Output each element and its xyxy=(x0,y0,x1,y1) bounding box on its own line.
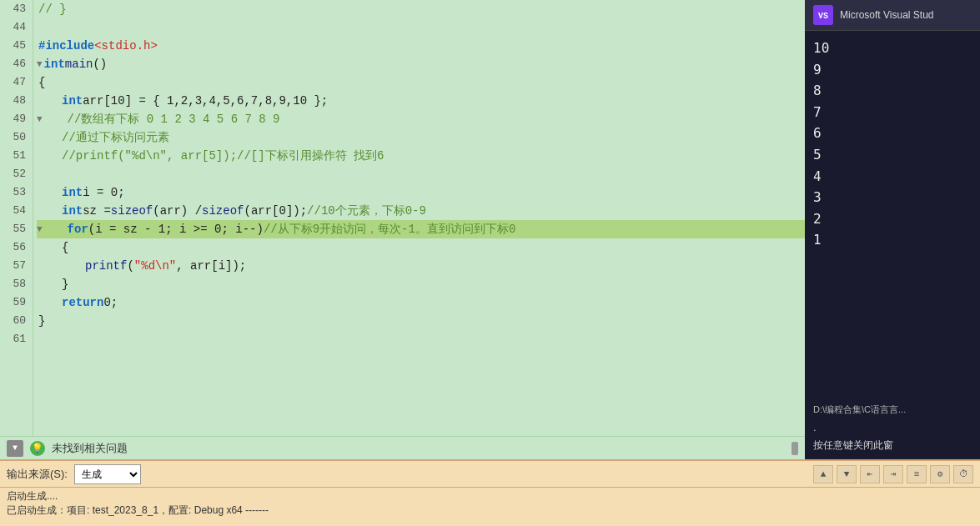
code-token: () xyxy=(93,55,107,73)
code-line[interactable] xyxy=(37,165,805,183)
indent-right-btn[interactable]: ⇥ xyxy=(883,465,903,483)
line-number: 58 xyxy=(7,275,26,293)
main-area: 43444546474849505152535455565758596061 /… xyxy=(0,0,980,459)
vs-dot: . xyxy=(805,419,980,435)
output-source-select[interactable]: 生成 xyxy=(74,464,141,484)
code-token: ( xyxy=(127,257,133,275)
code-line[interactable] xyxy=(37,330,805,348)
code-line[interactable]: { xyxy=(37,73,805,92)
line-number: 53 xyxy=(7,183,26,202)
code-line[interactable]: { xyxy=(37,238,805,257)
code-line[interactable]: // } xyxy=(37,0,805,18)
bulb-icon: 💡 xyxy=(30,441,45,456)
line-number: 47 xyxy=(7,73,26,92)
code-token: //数组有下标 0 1 2 3 4 5 6 7 8 9 xyxy=(68,110,280,128)
code-line[interactable]: int sz = sizeof(arr) / sizeof(arr[0]);//… xyxy=(37,202,805,220)
code-token: //从下标9开始访问，每次-1。直到访问到下标0 xyxy=(264,220,515,238)
code-token: i = 0; xyxy=(83,183,124,202)
scroll-thumb[interactable] xyxy=(792,442,798,455)
list-btn[interactable]: ≡ xyxy=(907,465,927,483)
code-token: sizeof xyxy=(111,202,153,220)
line-number: 59 xyxy=(7,293,26,312)
svg-text:VS: VS xyxy=(818,12,828,21)
line-number: 56 xyxy=(7,238,26,257)
line-numbers: 43444546474849505152535455565758596061 xyxy=(0,0,33,436)
code-token: main xyxy=(65,55,93,73)
code-line[interactable]: printf("%d\n", arr[i]); xyxy=(37,257,805,275)
code-token: arr[10] = { 1,2,3,4,5,6,7,8,9,10 }; xyxy=(83,92,328,110)
gear-btn[interactable]: ⚙ xyxy=(930,465,950,483)
code-token: int xyxy=(62,202,83,220)
line-number: 50 xyxy=(7,128,26,147)
output-line-1: 启动生成.... xyxy=(7,489,973,503)
no-issues-text: 未找到相关问题 xyxy=(52,441,128,456)
scroll-up-btn[interactable]: ▲ xyxy=(813,465,833,483)
code-token: //10个元素，下标0-9 xyxy=(307,202,426,220)
code-line[interactable]: #include <stdio.h> xyxy=(37,37,805,55)
code-token: int xyxy=(62,92,83,110)
line-number: 60 xyxy=(7,312,26,330)
line-number: 46 xyxy=(7,55,26,73)
line-number: 43 xyxy=(7,0,26,18)
line-number: 55 xyxy=(7,220,26,238)
code-panel: 43444546474849505152535455565758596061 /… xyxy=(0,0,805,459)
code-token: // } xyxy=(38,0,67,18)
output-line-2: 已启动生成：项目: test_2023_8_1，配置: Debug x64 --… xyxy=(7,503,973,518)
vs-output-number: 2 xyxy=(813,208,972,230)
code-line[interactable]: } xyxy=(37,275,805,293)
vs-output-number: 9 xyxy=(813,59,972,81)
code-line[interactable]: ▼int main() xyxy=(37,55,805,73)
vs-panel: VS Microsoft Visual Stud 10987654321 D:\… xyxy=(805,0,980,459)
vs-hint: 按任意键关闭此窗 xyxy=(805,435,980,459)
code-token: //通过下标访问元素 xyxy=(62,128,169,147)
code-line[interactable]: return 0; xyxy=(37,293,805,312)
line-number: 52 xyxy=(7,165,26,183)
vs-output-number: 5 xyxy=(813,144,972,166)
code-line[interactable]: int arr[10] = { 1,2,3,4,5,6,7,8,9,10 }; xyxy=(37,92,805,110)
vs-output-number: 8 xyxy=(813,80,972,102)
dropdown-arrow[interactable]: ▼ xyxy=(7,440,23,457)
clock-btn[interactable]: ⏱ xyxy=(953,465,973,483)
code-token: int xyxy=(44,55,65,73)
code-token: <stdio.h> xyxy=(94,37,158,55)
output-header: 输出来源(S): 生成 ▲ ▼ ⇤ ⇥ ≡ ⚙ ⏱ xyxy=(0,461,980,488)
line-number: 57 xyxy=(7,257,26,275)
code-lines[interactable]: // } #include <stdio.h>▼int main() { int… xyxy=(33,0,805,436)
output-panel: 输出来源(S): 生成 ▲ ▼ ⇤ ⇥ ≡ ⚙ ⏱ 启动生成.... 已启动生成… xyxy=(0,459,980,526)
fold-icon[interactable]: ▼ xyxy=(37,110,43,128)
code-token: { xyxy=(62,238,68,257)
vs-title: Microsoft Visual Stud xyxy=(840,9,934,21)
line-number: 54 xyxy=(7,202,26,220)
code-line[interactable]: ▼for (i = sz - 1; i >= 0; i--)//从下标9开始访问… xyxy=(37,220,805,238)
code-line[interactable]: //printf("%d\n", arr[5]);//[]下标引用操作符 找到6 xyxy=(37,147,805,165)
indent-left-btn[interactable]: ⇤ xyxy=(860,465,880,483)
status-bar: ▼ 💡 未找到相关问题 xyxy=(0,436,805,459)
vs-output-number: 6 xyxy=(813,123,972,144)
code-token: printf xyxy=(85,257,127,275)
line-number: 45 xyxy=(7,37,26,55)
code-token: { xyxy=(38,73,45,92)
output-toolbar: ▲ ▼ ⇤ ⇥ ≡ ⚙ ⏱ xyxy=(813,465,973,483)
code-line[interactable] xyxy=(37,18,805,37)
vs-output-number: 7 xyxy=(813,102,972,123)
vs-header: VS Microsoft Visual Stud xyxy=(805,0,980,31)
line-number: 48 xyxy=(7,92,26,110)
code-token: (arr[0]); xyxy=(244,202,307,220)
scroll-down-btn[interactable]: ▼ xyxy=(837,465,857,483)
vs-output-number: 1 xyxy=(813,229,972,251)
line-number: 49 xyxy=(7,110,26,128)
code-line[interactable]: //通过下标访问元素 xyxy=(37,128,805,147)
fold-icon[interactable]: ▼ xyxy=(37,55,43,73)
code-line[interactable]: int i = 0; xyxy=(37,183,805,202)
code-line[interactable]: ▼//数组有下标 0 1 2 3 4 5 6 7 8 9 xyxy=(37,110,805,128)
code-token: (arr) / xyxy=(153,202,202,220)
code-token: sz = xyxy=(83,202,111,220)
code-line[interactable]: } xyxy=(37,312,805,330)
code-token: //printf("%d\n", arr[5]);//[]下标引用操作符 找到6 xyxy=(62,147,384,165)
code-token: #include xyxy=(38,37,94,55)
code-token: } xyxy=(62,275,68,293)
code-token: for xyxy=(68,220,88,238)
fold-icon[interactable]: ▼ xyxy=(37,220,43,238)
vs-output-number: 4 xyxy=(813,166,972,188)
code-token: , arr[i]); xyxy=(176,257,246,275)
